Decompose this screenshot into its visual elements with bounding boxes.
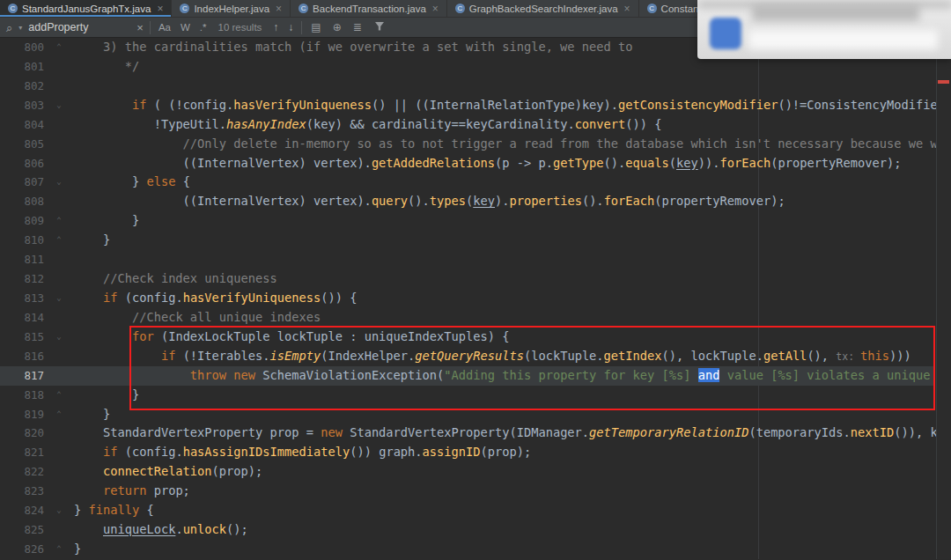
code-line[interactable]: 809⌃ } [0, 211, 951, 231]
error-stripe-scrollbar[interactable] [936, 38, 951, 559]
fold-start-icon[interactable]: ⌄ [44, 96, 74, 115]
code-text[interactable]: !TypeUtil.hasAnyIndex(key) && cardinalit… [74, 115, 662, 135]
code-text[interactable]: } [74, 540, 81, 559]
gutter-spacer [44, 520, 74, 540]
code-text[interactable]: return prop; [74, 482, 190, 501]
code-text[interactable]: if ( (!config.hasVerifyUniqueness() || (… [74, 96, 938, 115]
fold-end-icon[interactable]: ⌃ [44, 231, 74, 250]
code-line[interactable]: 819⌃ } [0, 405, 951, 424]
search-in-selection-icon[interactable]: ▤ [308, 21, 323, 33]
line-number: 812 [0, 269, 44, 289]
code-line[interactable]: 820 StandardVertexProperty prop = new St… [0, 424, 951, 443]
words-toggle[interactable]: W [179, 22, 192, 33]
close-icon[interactable]: × [624, 3, 630, 15]
code-text[interactable]: } finally { [74, 501, 154, 520]
blur-blob [748, 30, 938, 49]
code-text[interactable]: ((InternalVertex) vertex).getAddedRelati… [74, 154, 902, 173]
code-line[interactable]: 808 ((InternalVertex) vertex).query().ty… [0, 192, 951, 211]
gutter-spacer [44, 424, 74, 443]
gutter-spacer [44, 462, 74, 482]
search-history-chevron-icon[interactable]: ▾ [18, 24, 22, 32]
code-text[interactable]: if (config.hasAssignIDsImmediately()) gr… [74, 443, 531, 462]
line-number: 816 [0, 347, 44, 366]
find-input[interactable] [28, 21, 130, 33]
editor-tab[interactable]: CGraphBackedSearchIndexer.java× [447, 0, 639, 17]
highlight-all-icon[interactable]: ≣ [350, 21, 365, 33]
code-text[interactable]: 3) the cardinalities match (if we overwr… [74, 38, 640, 57]
code-text[interactable]: uniqueLock.unlock(); [74, 520, 248, 540]
fold-end-icon[interactable]: ⌃ [44, 386, 74, 405]
code-line[interactable]: 824⌄} finally { [0, 501, 951, 520]
code-text[interactable]: if (!Iterables.isEmpty(IndexHelper.getQu… [74, 347, 911, 366]
code-line[interactable]: 823 return prop; [0, 482, 951, 501]
close-icon[interactable]: × [276, 3, 282, 15]
code-line[interactable]: 812 //Check index uniqueness [0, 269, 951, 289]
code-line[interactable]: 825 uniqueLock.unlock(); [0, 520, 951, 540]
close-icon[interactable]: × [432, 3, 439, 15]
match-case-toggle[interactable]: Aa [157, 22, 173, 33]
code-text[interactable]: } [74, 231, 110, 250]
code-line[interactable]: 801 */ [0, 57, 951, 77]
class-icon: C [299, 4, 308, 13]
code-text[interactable]: } else { [74, 173, 190, 192]
next-occurrence-icon[interactable]: ↓ [286, 21, 295, 33]
code-text[interactable]: //Check all unique indexes [74, 308, 321, 328]
code-line[interactable]: 803⌄ if ( (!config.hasVerifyUniqueness()… [0, 96, 951, 115]
fold-end-icon[interactable]: ⌃ [44, 211, 74, 231]
code-text[interactable]: } [74, 405, 110, 424]
tab-label: GraphBackedSearchIndexer.java [469, 4, 618, 14]
code-text[interactable]: connectRelation(prop); [74, 462, 262, 482]
divider [150, 21, 151, 34]
search-icon[interactable]: ⌕ [6, 22, 12, 33]
code-line[interactable]: 811 [0, 250, 951, 269]
code-line[interactable]: 806 ((InternalVertex) vertex).getAddedRe… [0, 154, 951, 173]
code-line[interactable]: 805 //Only delete in-memory so as to not… [0, 135, 951, 154]
fold-start-icon[interactable]: ⌄ [44, 289, 74, 308]
fold-start-icon[interactable]: ⌄ [44, 501, 74, 520]
code-line[interactable]: 810⌃ } [0, 231, 951, 250]
code-line[interactable]: 818⌃ } [0, 386, 951, 405]
code-line[interactable]: 813⌄ if (config.hasVerifyUniqueness()) { [0, 289, 951, 308]
line-number: 815 [0, 328, 44, 347]
clear-search-icon[interactable]: × [136, 22, 144, 33]
code-text[interactable]: //Only delete in-memory so as to not tri… [74, 135, 951, 154]
error-stripe-mark[interactable] [938, 80, 949, 84]
code-line[interactable]: 814 //Check all unique indexes [0, 308, 951, 328]
code-text[interactable]: //Check index uniqueness [74, 269, 277, 289]
add-occurrence-icon[interactable]: ⊕ [330, 21, 344, 33]
code-line[interactable]: 802 [0, 77, 951, 96]
code-line[interactable]: 815⌄ for (IndexLockTuple lockTuple : uni… [0, 328, 951, 347]
code-line[interactable]: 821 if (config.hasAssignIDsImmediately()… [0, 443, 951, 462]
code-text[interactable]: StandardVertexProperty prop = new Standa… [74, 424, 938, 443]
code-text[interactable]: ((InternalVertex) vertex).query().types(… [74, 192, 785, 211]
line-number: 809 [0, 211, 44, 231]
fold-end-icon[interactable]: ⌃ [44, 38, 74, 57]
tab-label: IndexHelper.java [194, 4, 269, 14]
editor-tab[interactable]: CStandardJanusGraphTx.java× [0, 0, 172, 17]
editor-tab[interactable]: CIndexHelper.java× [172, 0, 291, 17]
code-line[interactable]: 817 throw new SchemaViolationException("… [0, 366, 951, 386]
code-text[interactable]: */ [74, 57, 139, 77]
editor-tab[interactable]: CBackendTransaction.java× [291, 0, 447, 17]
line-number: 820 [0, 424, 44, 443]
close-icon[interactable]: × [157, 3, 163, 15]
blur-blob [752, 5, 919, 21]
code-line[interactable]: 807⌄ } else { [0, 173, 951, 192]
previous-occurrence-icon[interactable]: ↑ [271, 21, 280, 33]
fold-start-icon[interactable]: ⌄ [44, 173, 74, 192]
code-text[interactable]: } [74, 386, 139, 405]
filter-icon[interactable] [374, 21, 385, 34]
code-line[interactable]: 826⌃} [0, 540, 951, 559]
code-text[interactable]: throw new SchemaViolationException("Addi… [74, 366, 930, 386]
fold-end-icon[interactable]: ⌃ [44, 405, 74, 424]
code-line[interactable]: 822 connectRelation(prop); [0, 462, 951, 482]
code-text[interactable]: } [74, 211, 139, 231]
code-line[interactable]: 804 !TypeUtil.hasAnyIndex(key) && cardin… [0, 115, 951, 135]
code-line[interactable]: 816 if (!Iterables.isEmpty(IndexHelper.g… [0, 347, 951, 366]
fold-start-icon[interactable]: ⌄ [44, 328, 74, 347]
code-text[interactable]: if (config.hasVerifyUniqueness()) { [74, 289, 357, 308]
code-text[interactable]: for (IndexLockTuple lockTuple : uniqueIn… [74, 328, 509, 347]
fold-end-icon[interactable]: ⌃ [44, 540, 74, 559]
line-number: 801 [0, 57, 44, 77]
regex-toggle[interactable]: .* [198, 22, 209, 33]
